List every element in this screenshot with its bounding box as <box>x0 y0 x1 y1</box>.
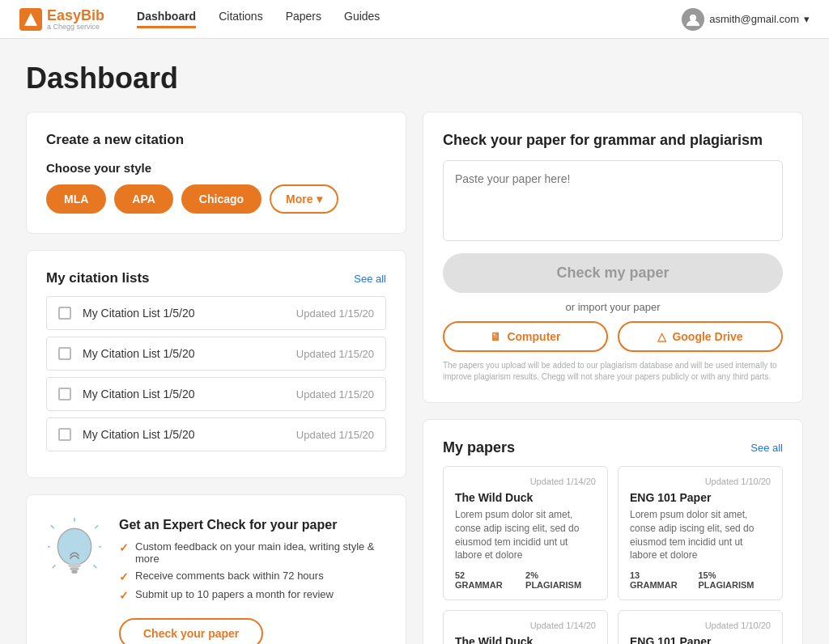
svg-line-8 <box>53 565 56 568</box>
svg-line-5 <box>95 525 98 528</box>
svg-line-4 <box>51 525 54 528</box>
expert-card: Get an Expert Check for your paper ✓ Cus… <box>26 494 406 644</box>
check-paper-title: Check your paper for grammar and plagiar… <box>443 132 783 149</box>
paper-card-2[interactable]: Updated 1/14/20 The Wild Duck Lorem psum… <box>443 610 608 644</box>
citation-date-2: Updated 1/15/20 <box>296 388 374 400</box>
citation-checkbox-2[interactable] <box>58 388 71 400</box>
citation-date-1: Updated 1/15/20 <box>296 348 374 360</box>
svg-rect-12 <box>70 567 79 570</box>
papers-see-all[interactable]: See all <box>750 442 783 454</box>
or-import-label: or import your paper <box>443 301 783 313</box>
citation-card-title: Create a new citation <box>46 132 386 148</box>
svg-point-2 <box>690 15 696 21</box>
citation-checkbox-3[interactable] <box>58 428 71 441</box>
citation-lists-header: My citation lists See all <box>46 270 386 286</box>
computer-import-button[interactable]: 🖥 Computer <box>443 321 608 352</box>
paper-excerpt-1: Lorem psum dolor sit amet, conse adip is… <box>630 508 771 562</box>
style-buttons: MLA APA Chicago More ▾ <box>46 184 386 214</box>
citation-name-0: My Citation List 1/5/20 <box>83 307 296 320</box>
checkmark-icon-2: ✓ <box>119 589 129 602</box>
checkmark-icon-1: ✓ <box>119 570 129 583</box>
brand-sub: a Chegg service <box>47 23 100 31</box>
logo[interactable]: EasyBib a Chegg service <box>19 8 111 31</box>
paper-updated-1: Updated 1/10/20 <box>630 477 771 486</box>
paper-card-3[interactable]: Updated 1/10/20 ENG 101 Paper Lorem psum… <box>618 610 783 644</box>
nav-links: Dashboard Citations Papers Guides <box>137 10 656 28</box>
citation-list-item-1[interactable]: My Citation List 1/5/20 Updated 1/15/20 <box>46 337 386 371</box>
citation-lists-card: My citation lists See all My Citation Li… <box>26 250 406 478</box>
svg-point-10 <box>57 528 91 565</box>
paper-excerpt-0: Lorem psum dolor sit amet, conse adip is… <box>455 508 596 562</box>
paper-updated-2: Updated 1/14/20 <box>455 621 596 630</box>
check-my-paper-button[interactable]: Check my paper <box>443 253 783 293</box>
page-container: Dashboard Create a new citation Choose y… <box>0 39 829 644</box>
papers-grid: Updated 1/14/20 The Wild Duck Lorem psum… <box>443 466 783 644</box>
lightbulb-icon <box>46 518 103 583</box>
citation-checkbox-0[interactable] <box>58 307 71 320</box>
main-layout: Create a new citation Choose your style … <box>26 112 803 644</box>
check-paper-card: Check your paper for grammar and plagiar… <box>423 112 803 403</box>
citation-name-3: My Citation List 1/5/20 <box>83 428 296 441</box>
citation-list-item-3[interactable]: My Citation List 1/5/20 Updated 1/15/20 <box>46 417 386 451</box>
check-paper-expert-button[interactable]: Check your paper <box>119 618 263 644</box>
page-title: Dashboard <box>26 61 803 95</box>
checkmark-icon-0: ✓ <box>119 541 129 554</box>
citation-date-0: Updated 1/15/20 <box>296 307 374 320</box>
navbar: EasyBib a Chegg service Dashboard Citati… <box>0 0 829 39</box>
expert-title: Get an Expert Check for your paper <box>119 518 386 532</box>
citation-name-1: My Citation List 1/5/20 <box>83 347 296 360</box>
expert-feature-1: ✓ Receive comments back within 72 hours <box>119 570 386 583</box>
google-drive-import-button[interactable]: △ Google Drive <box>618 321 783 352</box>
user-email: asmith@gmail.com <box>709 13 799 25</box>
left-column: Create a new citation Choose your style … <box>26 112 406 644</box>
expert-feature-2: ✓ Submit up to 10 papers a month for rev… <box>119 588 386 602</box>
google-drive-icon: △ <box>657 330 666 343</box>
citation-checkbox-1[interactable] <box>58 347 71 360</box>
computer-icon: 🖥 <box>490 330 501 343</box>
style-chicago-button[interactable]: Chicago <box>181 184 261 214</box>
style-mla-button[interactable]: MLA <box>46 184 106 214</box>
papers-header: My papers See all <box>443 439 783 456</box>
paper-stats-1: 13 GRAMMAR 15% PLAGIARISM <box>630 570 771 590</box>
user-chevron-icon: ▾ <box>804 13 810 25</box>
citation-lists-see-all[interactable]: See all <box>354 273 386 285</box>
paper-card-0[interactable]: Updated 1/14/20 The Wild Duck Lorem psum… <box>443 466 608 600</box>
grammar-stat-0: 52 GRAMMAR <box>455 570 514 590</box>
disclaimer-text: The papers you upload will be added to o… <box>443 360 783 383</box>
brand-name: EasyBib <box>47 8 104 23</box>
paper-updated-0: Updated 1/14/20 <box>455 477 596 486</box>
my-papers-card: My papers See all Updated 1/14/20 The Wi… <box>423 419 803 644</box>
citation-date-3: Updated 1/15/20 <box>296 429 374 441</box>
user-menu[interactable]: asmith@gmail.com ▾ <box>682 8 810 31</box>
nav-dashboard[interactable]: Dashboard <box>137 10 196 28</box>
style-apa-button[interactable]: APA <box>114 184 173 214</box>
citation-card: Create a new citation Choose your style … <box>26 112 406 234</box>
paper-name-1: ENG 101 Paper <box>630 491 771 504</box>
citation-name-2: My Citation List 1/5/20 <box>83 388 296 400</box>
nav-papers[interactable]: Papers <box>286 10 321 28</box>
expert-content: Get an Expert Check for your paper ✓ Cus… <box>119 518 386 644</box>
citation-lists-title: My citation lists <box>46 270 150 286</box>
easybib-logo-icon <box>19 8 42 31</box>
expert-feature-0: ✓ Custom feedback on your main idea, wri… <box>119 540 386 565</box>
citation-list-item-2[interactable]: My Citation List 1/5/20 Updated 1/15/20 <box>46 377 386 411</box>
nav-citations[interactable]: Citations <box>219 10 262 28</box>
plagiarism-stat-0: 2% PLAGIARISM <box>525 570 596 590</box>
style-more-button[interactable]: More ▾ <box>270 184 338 214</box>
paper-name-0: The Wild Duck <box>455 491 596 504</box>
svg-rect-13 <box>71 570 78 574</box>
import-buttons: 🖥 Computer △ Google Drive <box>443 321 783 352</box>
paper-textarea[interactable] <box>443 160 783 241</box>
style-label: Choose your style <box>46 161 386 175</box>
paper-stats-0: 52 GRAMMAR 2% PLAGIARISM <box>455 570 596 590</box>
svg-rect-11 <box>68 563 80 567</box>
nav-guides[interactable]: Guides <box>344 10 380 28</box>
paper-name-3: ENG 101 Paper <box>630 635 771 644</box>
svg-line-9 <box>94 565 97 568</box>
citation-list-item-0[interactable]: My Citation List 1/5/20 Updated 1/15/20 <box>46 296 386 330</box>
paper-card-1[interactable]: Updated 1/10/20 ENG 101 Paper Lorem psum… <box>618 466 783 600</box>
chevron-down-icon: ▾ <box>317 193 322 205</box>
plagiarism-stat-1: 15% PLAGIARISM <box>698 570 771 590</box>
papers-title: My papers <box>443 439 515 456</box>
user-avatar <box>682 8 704 31</box>
